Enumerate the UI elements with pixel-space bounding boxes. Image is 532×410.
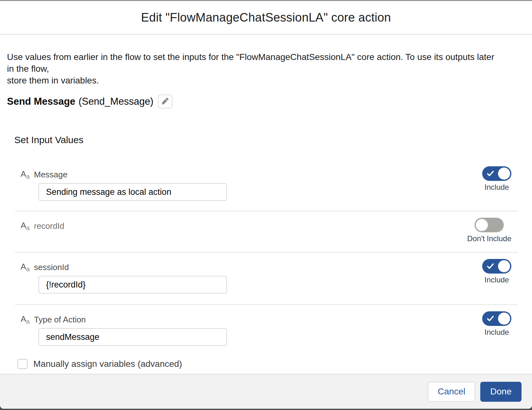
manually-assign-variables-label: Manually assign variables (advanced) — [33, 359, 182, 369]
intro-line-2: store them in variables. — [7, 76, 99, 85]
action-heading: Send Message (Send_Message) — [7, 94, 532, 109]
input-row-type-of-action: Aa Type of Action Include — [15, 304, 518, 355]
input-row-recordid: Aa recordId Don't Include — [15, 211, 518, 252]
toggle-knob — [476, 219, 488, 231]
input-row-sessionid: Aa sessionId Include — [15, 252, 518, 304]
modal-header: Edit "FlowManageChatSessionLA" core acti… — [0, 1, 532, 35]
include-toggle-group: Don't Include — [467, 218, 511, 243]
toggle-label: Include — [484, 183, 509, 192]
edit-core-action-modal: Edit "FlowManageChatSessionLA" core acti… — [0, 0, 532, 409]
text-type-icon: Aa — [21, 262, 33, 273]
pencil-icon — [161, 97, 169, 106]
toggle-knob — [498, 313, 510, 325]
row-head: Aa recordId — [21, 221, 518, 231]
section-title: Set Input Values — [14, 135, 532, 145]
action-api-name: (Send_Message) — [78, 96, 153, 107]
toggle-knob — [498, 168, 510, 180]
message-input[interactable] — [38, 183, 227, 201]
text-type-icon: Aa — [21, 169, 33, 180]
action-name: Send Message — [7, 96, 75, 107]
checkmark-icon — [486, 315, 495, 324]
field-label-message: Message — [34, 170, 68, 180]
toggle-label: Include — [484, 275, 509, 284]
checkmark-icon — [486, 170, 495, 179]
manually-assign-variables-checkbox[interactable] — [17, 359, 28, 369]
include-toggle-sessionid[interactable] — [482, 259, 511, 274]
edit-action-label-button[interactable] — [158, 95, 172, 109]
field-label-sessionid: sessionId — [34, 262, 69, 272]
row-head: Aa sessionId — [21, 262, 518, 272]
modal-footer: Cancel Done — [0, 374, 532, 409]
input-row-message: Aa Message Include — [15, 160, 518, 211]
include-toggle-group: Include — [482, 311, 511, 337]
input-rows: Aa Message Include — [15, 160, 518, 355]
manually-assign-variables-row: Manually assign variables (advanced) — [17, 359, 532, 369]
include-toggle-recordid[interactable] — [475, 218, 504, 232]
modal-body: Use values from earlier in the flow to s… — [0, 35, 532, 374]
flow-builder-background: Edit "FlowManageChatSessionLA" core acti… — [0, 0, 532, 410]
checkmark-icon — [486, 262, 495, 271]
text-type-icon: Aa — [21, 314, 33, 325]
text-type-icon: Aa — [21, 221, 33, 232]
modal-title: Edit "FlowManageChatSessionLA" core acti… — [141, 11, 391, 24]
row-head: Aa Message — [21, 169, 518, 180]
row-head: Aa Type of Action — [21, 314, 518, 325]
intro-text: Use values from earlier in the flow to s… — [7, 51, 500, 86]
include-toggle-message[interactable] — [482, 166, 511, 181]
include-toggle-group: Include — [482, 166, 511, 192]
toggle-knob — [498, 260, 510, 272]
cancel-button[interactable]: Cancel — [428, 382, 475, 402]
field-label-recordid: recordId — [34, 221, 64, 231]
sessionid-input[interactable] — [38, 276, 227, 294]
field-label-type-of-action: Type of Action — [34, 315, 86, 325]
toggle-label: Don't Include — [467, 234, 511, 243]
intro-line-1: Use values from earlier in the flow to s… — [7, 52, 494, 74]
toggle-label: Include — [484, 328, 509, 337]
include-toggle-type-of-action[interactable] — [482, 311, 511, 326]
include-toggle-group: Include — [482, 259, 511, 284]
done-button[interactable]: Done — [480, 382, 522, 402]
type-of-action-input[interactable] — [38, 328, 227, 346]
